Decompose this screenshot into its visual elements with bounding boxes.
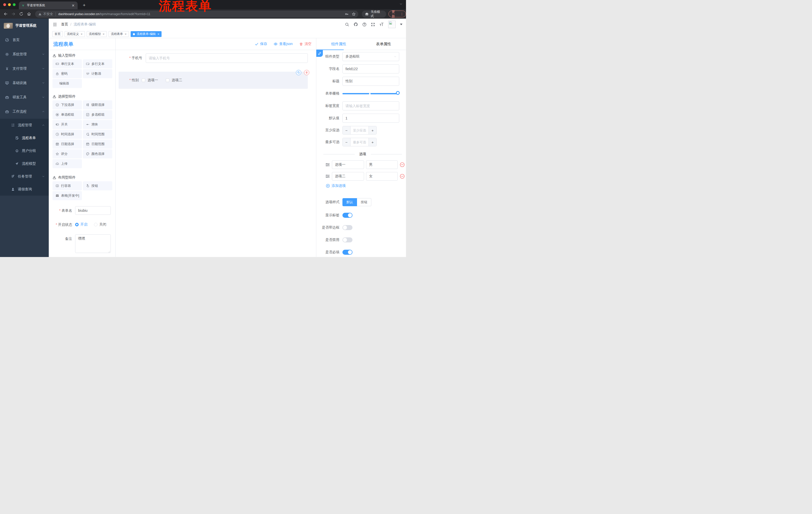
reload-icon[interactable] <box>19 12 23 16</box>
component-counter[interactable]: 123计数器 <box>83 69 112 78</box>
copy-widget-button[interactable] <box>296 70 301 75</box>
component-select[interactable]: 下拉选择 <box>53 100 82 109</box>
close-icon[interactable]: × <box>157 32 160 36</box>
browser-update-button[interactable]: 更新 ⋮ <box>388 10 406 17</box>
form-name-input[interactable] <box>75 206 111 215</box>
tab-search-icon[interactable] <box>400 2 403 6</box>
browser-tab[interactable]: 芋道管理系统 ✕ <box>19 1 78 9</box>
sidebar-item-home[interactable]: 首页 <box>0 33 49 47</box>
option-label-input[interactable] <box>332 160 364 169</box>
option-value-input[interactable] <box>366 160 398 169</box>
tag-process-form[interactable]: 流程表单× <box>109 31 129 37</box>
component-switch[interactable]: 开关 <box>53 120 82 129</box>
min-select-input[interactable] <box>350 126 369 134</box>
increase-button[interactable]: + <box>369 138 376 146</box>
minimize-window-button[interactable] <box>8 3 11 6</box>
component-editor[interactable]: 编辑器 <box>53 79 82 88</box>
component-time-picker[interactable]: 时间选择 <box>53 130 82 139</box>
security-chip[interactable]: 不安全 <box>38 12 53 16</box>
password-key-icon[interactable] <box>345 12 349 16</box>
component-radio-group[interactable]: 单选框组 <box>53 110 82 119</box>
forward-icon[interactable] <box>11 12 16 16</box>
component-row-container[interactable]: 行容器 <box>53 181 82 190</box>
component-slider[interactable]: 滑块 <box>83 120 112 129</box>
close-icon[interactable]: × <box>103 32 105 36</box>
sidebar-item-process-manage[interactable]: 流程管理 <box>0 119 49 132</box>
widget-gender-selected[interactable]: 性别 选项一 选项二 <box>119 72 308 89</box>
default-value-input[interactable] <box>343 114 399 123</box>
tag-process-form-edit[interactable]: 流程表单-编辑× <box>130 31 162 37</box>
close-icon[interactable]: × <box>81 32 83 36</box>
sidebar-item-payment[interactable]: 支付管理 <box>0 61 49 76</box>
phone-input[interactable] <box>146 53 308 63</box>
component-table[interactable]: 表格[开发中] <box>53 191 82 200</box>
component-single-text[interactable]: 单行文本 <box>53 59 82 69</box>
drag-handle-icon[interactable] <box>325 162 330 167</box>
help-icon[interactable] <box>362 22 367 27</box>
zoom-window-button[interactable] <box>13 3 16 6</box>
fullscreen-icon[interactable] <box>371 22 375 27</box>
gender-option-1[interactable]: 选项一 <box>142 78 158 82</box>
sidebar-item-leave-query[interactable]: 请假查询 <box>0 183 49 196</box>
type-select[interactable] <box>343 52 399 61</box>
component-date-picker[interactable]: 日期选择 <box>53 140 82 148</box>
component-color-picker[interactable]: 颜色选择 <box>83 150 112 158</box>
url-text[interactable]: dashboard.yudao.iocoder.cn/bpm/manager/f… <box>58 12 345 16</box>
type-select-value[interactable] <box>343 52 399 61</box>
gender-option-2[interactable]: 选项二 <box>166 78 182 82</box>
close-icon[interactable]: × <box>125 32 127 36</box>
app-logo-row[interactable]: 芋道管理系统 <box>0 19 49 33</box>
slider-handle[interactable] <box>396 91 400 95</box>
component-password[interactable]: 密码 <box>53 69 82 78</box>
component-upload[interactable]: 上传 <box>53 159 82 168</box>
bookmark-star-icon[interactable] <box>352 12 356 16</box>
tab-form-props[interactable]: 表单属性 <box>361 38 406 50</box>
save-button[interactable]: 保存 <box>255 42 267 46</box>
style-default-button[interactable]: 默认 <box>343 198 357 206</box>
sidebar-item-system[interactable]: 系统管理 <box>0 47 49 61</box>
status-radio-on[interactable]: 开启 <box>75 222 87 227</box>
clear-button[interactable]: 清空 <box>299 42 312 46</box>
new-tab-button[interactable]: + <box>81 2 87 8</box>
remove-option-button[interactable] <box>400 162 405 167</box>
home-icon[interactable] <box>27 12 31 16</box>
decrease-button[interactable]: − <box>343 126 350 134</box>
delete-widget-button[interactable] <box>304 70 309 75</box>
back-icon[interactable] <box>3 12 8 16</box>
github-icon[interactable] <box>353 22 358 27</box>
tab-close-icon[interactable]: ✕ <box>71 3 75 7</box>
sidebar-item-process-model[interactable]: 流程模型 <box>0 157 49 170</box>
disabled-toggle[interactable] <box>343 237 352 242</box>
window-controls[interactable] <box>3 3 16 6</box>
avatar-caret-icon[interactable] <box>400 24 403 25</box>
border-toggle[interactable] <box>343 225 352 230</box>
sidebar-item-process-form[interactable]: 流程表单 <box>0 132 49 144</box>
component-time-range[interactable]: 时间范围 <box>83 130 112 139</box>
checkbox-icon[interactable] <box>166 78 169 82</box>
address-bar[interactable]: 不安全 dashboard.yudao.iocoder.cn/bpm/manag… <box>35 10 358 18</box>
show-label-toggle[interactable] <box>343 213 352 218</box>
collapse-sidebar-icon[interactable] <box>53 22 57 27</box>
grid-slider[interactable] <box>343 89 399 98</box>
sidebar-item-devtools[interactable]: 研发工具 <box>0 90 49 104</box>
tag-process-model[interactable]: 流程模型× <box>87 31 107 37</box>
option-label-input[interactable] <box>332 172 364 181</box>
font-size-icon[interactable] <box>379 22 384 27</box>
increase-button[interactable]: + <box>369 126 376 134</box>
form-remark-textarea[interactable]: 嘿嘿 <box>75 234 111 253</box>
sidebar-item-task-manage[interactable]: 任务管理 <box>0 170 49 183</box>
component-multi-text[interactable]: 多行文本 <box>83 59 112 69</box>
breadcrumb-home[interactable]: 首页 <box>61 22 68 27</box>
title-input[interactable] <box>343 77 399 86</box>
status-radio-off[interactable]: 关闭 <box>94 222 106 227</box>
close-window-button[interactable] <box>3 3 6 6</box>
remove-option-button[interactable] <box>400 174 405 179</box>
tab-component-props[interactable]: 组件属性 <box>316 38 361 50</box>
field-name-input[interactable] <box>343 64 399 74</box>
add-option-button[interactable]: 添加选项 <box>326 184 406 188</box>
checkbox-icon[interactable] <box>142 78 145 82</box>
component-cascader[interactable]: 级联选择 <box>83 100 112 109</box>
label-width-input[interactable] <box>343 101 399 110</box>
option-value-input[interactable] <box>366 172 398 181</box>
tag-home[interactable]: 首页 <box>52 31 63 37</box>
